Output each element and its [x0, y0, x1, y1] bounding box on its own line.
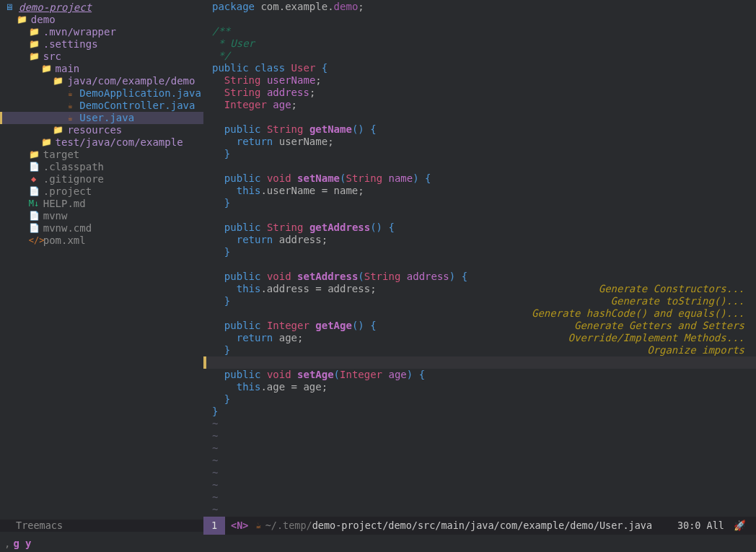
tree-item[interactable]: 🖥demo-project	[0, 1, 203, 14]
folder-icon: 📁	[41, 136, 51, 149]
tree-item[interactable]: 📄mvnw	[0, 210, 203, 222]
code-action-item[interactable]: Generate toString()...	[532, 295, 744, 307]
code-actions-popup[interactable]: Generate Constructors...Generate toStrin…	[532, 283, 744, 356]
git-icon: ◆	[29, 173, 39, 185]
tree-item[interactable]: ☕DemoApplication.java	[0, 87, 203, 100]
tree-item[interactable]: M↓HELP.md	[0, 198, 203, 210]
java-icon: ☕	[65, 112, 75, 124]
tree-item[interactable]: 📁src	[0, 51, 203, 63]
file-icon: 📄	[29, 161, 39, 173]
tree-item[interactable]: ☕DemoController.java	[0, 100, 203, 112]
cursor-position: 30:0 All	[677, 520, 724, 532]
code-editor[interactable]: package com.example.demo; /** * User */p…	[203, 0, 756, 517]
tree-item-label: .mvn/wrapper	[43, 26, 116, 38]
tree-item-label: mvnw	[43, 210, 68, 222]
tree-item-label: test/java/com/example	[56, 136, 183, 149]
tree-item-label: .settings	[43, 38, 98, 51]
tree-item[interactable]: 📄mvnw.cmd	[0, 222, 203, 235]
tree-item[interactable]: ◆.gitignore	[0, 173, 203, 185]
lsp-status-icon: 🚀	[734, 520, 746, 532]
tree-item-label: HELP.md	[43, 198, 86, 210]
folder-icon: 📁	[53, 75, 63, 87]
folder-icon: 📁	[29, 38, 39, 51]
evil-state-indicator: <N>	[231, 520, 248, 532]
buffer-path: ~/.temp/demo-project/demo/src/main/java/…	[265, 520, 652, 532]
tree-item[interactable]: 📁resources	[0, 124, 203, 136]
code-action-item[interactable]: Generate hashCode() and equals()...	[532, 307, 744, 320]
tree-item-label: java/com/example/demo	[67, 75, 195, 87]
file-icon: 📄	[29, 210, 39, 222]
modeline: Treemacs 1 <N> ☕ ~/.temp/demo-project/de…	[0, 517, 756, 535]
tree-item[interactable]: 📁.mvn/wrapper	[0, 26, 203, 38]
tree-item[interactable]: </>pom.xml	[0, 235, 203, 247]
tree-item[interactable]: 📄.classpath	[0, 161, 203, 173]
tree-item[interactable]: 📁demo	[0, 14, 203, 26]
xml-icon: </>	[29, 235, 39, 247]
treemacs-label: Treemacs	[16, 520, 63, 532]
md-icon: M↓	[29, 198, 39, 210]
code-action-item[interactable]: Generate Getters and Setters	[532, 320, 744, 332]
folder-icon: 📁	[29, 26, 39, 38]
folder-icon: 📁	[41, 63, 51, 75]
tree-item-label: resources	[67, 124, 122, 136]
java-icon: ☕	[65, 100, 75, 112]
tree-item[interactable]: 📁target	[0, 149, 203, 161]
tree-item-label: pom.xml	[43, 235, 86, 247]
folder-icon: 📁	[29, 149, 39, 161]
monitor-icon: 🖥	[4, 1, 14, 14]
tree-item-label: src	[43, 51, 61, 63]
modeline-left: Treemacs	[0, 520, 203, 532]
code-action-item[interactable]: Organize imports	[532, 344, 744, 356]
file-icon: 📄	[29, 222, 39, 235]
code-action-item[interactable]: Generate Constructors...	[532, 283, 744, 295]
tree-item-label: main	[56, 63, 80, 75]
file-tree[interactable]: 🖥demo-project 📁demo 📁.mvn/wrapper 📁.sett…	[0, 0, 203, 517]
tree-item[interactable]: 📁.settings	[0, 38, 203, 51]
tree-item[interactable]: 📄.project	[0, 185, 203, 198]
tree-item-label: demo-project	[19, 1, 92, 14]
tree-item[interactable]: 📁java/com/example/demo	[0, 75, 203, 87]
window-number: 1	[203, 517, 225, 535]
tree-item-label: DemoApplication.java	[79, 87, 201, 100]
code-action-item[interactable]: Override/Implement Methods...	[532, 332, 744, 344]
java-icon: ☕	[65, 87, 75, 100]
tree-item-label: target	[43, 149, 80, 161]
tree-item[interactable]: 📁test/java/com/example	[0, 136, 203, 149]
tree-item-label: .gitignore	[43, 173, 104, 185]
tree-item-label: .project	[43, 185, 92, 198]
file-icon: 📄	[29, 185, 39, 198]
java-mode-icon: ☕	[255, 520, 260, 532]
tree-item-label: demo	[31, 14, 56, 26]
tree-item[interactable]: 📁main	[0, 63, 203, 75]
tree-item-label: DemoController.java	[79, 100, 195, 112]
echo-area: , g y	[0, 535, 756, 552]
tree-item[interactable]: ☕User.java	[0, 112, 203, 124]
cursor-line	[203, 356, 756, 369]
tree-item-label: mvnw.cmd	[43, 222, 92, 235]
folder-icon: 📁	[17, 14, 27, 26]
folder-icon: 📁	[29, 51, 39, 63]
tree-item-label: .classpath	[43, 161, 104, 173]
modeline-right: 1 <N> ☕ ~/.temp/demo-project/demo/src/ma…	[203, 517, 756, 535]
folder-icon: 📁	[53, 124, 63, 136]
tree-item-label: User.java	[79, 112, 134, 124]
